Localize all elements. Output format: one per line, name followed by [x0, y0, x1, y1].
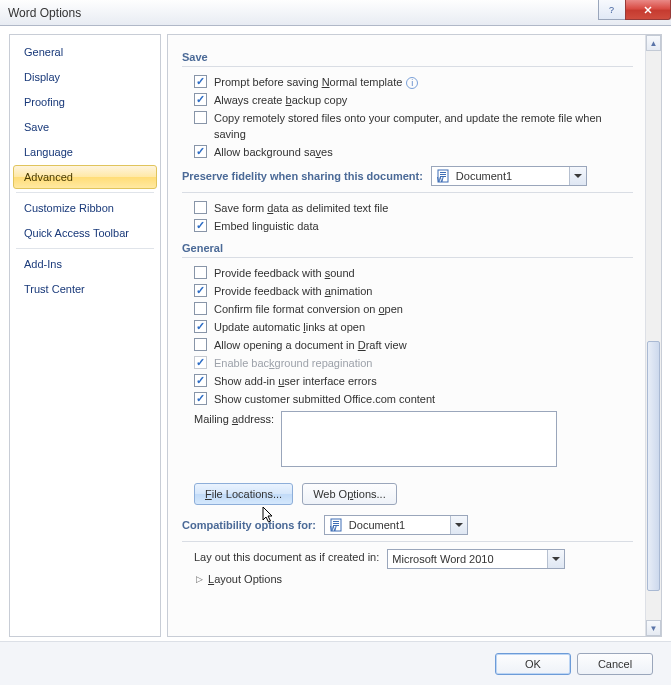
sidebar-item-label: Proofing [24, 96, 65, 108]
scroll-up-button[interactable]: ▲ [646, 35, 661, 51]
ok-button[interactable]: OK [495, 653, 571, 675]
preserve-option-0-checkbox[interactable] [194, 201, 207, 214]
svg-rect-9 [333, 521, 339, 522]
help-button[interactable]: ? [598, 0, 626, 20]
scroll-down-button[interactable]: ▼ [646, 620, 661, 636]
general-option-3-checkbox[interactable] [194, 320, 207, 333]
save-option-0-checkbox[interactable] [194, 75, 207, 88]
sidebar-item-label: Language [24, 146, 73, 158]
sidebar-item-label: Save [24, 121, 49, 133]
sidebar-separator [16, 192, 154, 193]
general-option-1-checkbox[interactable] [194, 284, 207, 297]
window-title: Word Options [8, 6, 81, 20]
general-option-6-checkbox[interactable] [194, 374, 207, 387]
mouse-cursor-icon [262, 506, 276, 524]
general-option-7: Show customer submitted Office.com conte… [194, 391, 633, 407]
sidebar-item-language[interactable]: Language [13, 140, 157, 164]
word-document-icon: W [436, 169, 452, 183]
general-option-0-checkbox[interactable] [194, 266, 207, 279]
sidebar-item-label: Trust Center [24, 283, 85, 295]
preserve-option-0-label: Save form data as delimited text file [214, 200, 388, 216]
web-options-button[interactable]: Web Options... [302, 483, 397, 505]
chevron-down-icon [547, 550, 564, 568]
titlebar: Word Options ? [0, 0, 671, 26]
general-option-2-checkbox[interactable] [194, 302, 207, 315]
sidebar-item-label: Display [24, 71, 60, 83]
general-option-0: Provide feedback with sound [194, 265, 633, 281]
sidebar-item-trust-center[interactable]: Trust Center [13, 277, 157, 301]
button-label-rest: ile Locations... [212, 488, 282, 500]
dialog-footer: OK Cancel [0, 641, 671, 685]
preserve-fidelity-document-dropdown[interactable]: W Document1 [431, 166, 587, 186]
svg-rect-4 [440, 172, 446, 173]
options-sidebar: General Display Proofing Save Language A… [9, 34, 161, 637]
general-option-2: Confirm file format conversion on open [194, 301, 633, 317]
chevron-down-icon [569, 167, 586, 185]
cancel-button[interactable]: Cancel [577, 653, 653, 675]
chevron-down-icon [450, 516, 467, 534]
preserve-option-1-label: Embed linguistic data [214, 218, 319, 234]
general-option-5-checkbox [194, 356, 207, 369]
general-option-4-checkbox[interactable] [194, 338, 207, 351]
file-locations-button[interactable]: File Locations... [194, 483, 293, 505]
section-general: General [182, 238, 633, 258]
dropdown-value: Document1 [349, 519, 450, 531]
options-content: Save Prompt before saving Normal templat… [168, 35, 645, 636]
content-scrollbar[interactable]: ▲ ▼ [645, 35, 661, 636]
save-option-2-checkbox[interactable] [194, 111, 207, 124]
sidebar-item-save[interactable]: Save [13, 115, 157, 139]
save-option-1-checkbox[interactable] [194, 93, 207, 106]
dropdown-value: Microsoft Word 2010 [392, 551, 547, 567]
section-preserve-fidelity: Preserve fidelity when sharing this docu… [182, 170, 423, 182]
save-option-2: Copy remotely stored files onto your com… [194, 110, 633, 142]
sidebar-item-label: Quick Access Toolbar [24, 227, 129, 239]
expand-triangle-icon: ▷ [196, 574, 203, 584]
general-option-6: Show add-in user interface errors [194, 373, 633, 389]
sidebar-item-advanced[interactable]: Advanced [13, 165, 157, 189]
sidebar-item-customize-ribbon[interactable]: Customize Ribbon [13, 196, 157, 220]
mailing-address-label: Mailing address: [194, 413, 274, 425]
general-option-6-label: Show add-in user interface errors [214, 373, 377, 389]
sidebar-item-quick-access-toolbar[interactable]: Quick Access Toolbar [13, 221, 157, 245]
sidebar-item-display[interactable]: Display [13, 65, 157, 89]
sidebar-item-general[interactable]: General [13, 40, 157, 64]
save-option-0-label: Prompt before saving Normal templatei [214, 74, 418, 90]
word-document-icon: W [329, 518, 345, 532]
sidebar-item-proofing[interactable]: Proofing [13, 90, 157, 114]
save-option-3-checkbox[interactable] [194, 145, 207, 158]
sidebar-item-add-ins[interactable]: Add-Ins [13, 252, 157, 276]
mailing-address-field[interactable] [281, 411, 557, 467]
svg-rect-10 [333, 523, 339, 524]
general-option-5: Enable background repagination [194, 355, 633, 371]
dropdown-value: Document1 [456, 170, 569, 182]
section-compatibility: Compatibility options for: [182, 519, 316, 531]
general-option-7-checkbox[interactable] [194, 392, 207, 405]
info-icon[interactable]: i [406, 77, 418, 89]
save-option-2-label: Copy remotely stored files onto your com… [214, 110, 633, 142]
sidebar-item-label: General [24, 46, 63, 58]
layout-as-if-label: Lay out this document as if created in: [194, 549, 379, 565]
preserve-option-1: Embed linguistic data [194, 218, 633, 234]
save-option-3: Allow background saves [194, 144, 633, 160]
svg-rect-5 [440, 174, 446, 175]
general-option-1: Provide feedback with animation [194, 283, 633, 299]
layout-options-expander[interactable]: ▷ Layout Options [196, 573, 633, 585]
section-save: Save [182, 47, 633, 67]
compatibility-document-dropdown[interactable]: W Document1 [324, 515, 468, 535]
general-option-3: Update automatic links at open [194, 319, 633, 335]
scroll-track[interactable] [646, 51, 661, 620]
general-option-5-label: Enable background repagination [214, 355, 372, 371]
svg-text:?: ? [609, 5, 614, 15]
close-button[interactable] [625, 0, 671, 20]
general-option-4-label: Allow opening a document in Draft view [214, 337, 407, 353]
general-option-0-label: Provide feedback with sound [214, 265, 355, 281]
scroll-thumb[interactable] [647, 341, 660, 591]
general-option-3-label: Update automatic links at open [214, 319, 365, 335]
general-option-4: Allow opening a document in Draft view [194, 337, 633, 353]
save-option-1: Always create backup copy [194, 92, 633, 108]
general-option-7-label: Show customer submitted Office.com conte… [214, 391, 435, 407]
sidebar-item-label: Add-Ins [24, 258, 62, 270]
layout-compatibility-dropdown[interactable]: Microsoft Word 2010 [387, 549, 565, 569]
save-option-1-label: Always create backup copy [214, 92, 347, 108]
preserve-option-1-checkbox[interactable] [194, 219, 207, 232]
